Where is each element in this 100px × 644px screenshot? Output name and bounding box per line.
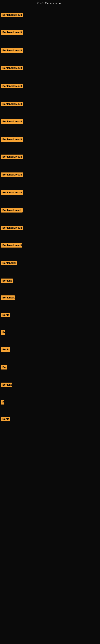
result-row: Bottleneck result (0, 12, 24, 19)
bottleneck-badge: Bo (1, 330, 5, 335)
bottleneck-badge: Bottlene (1, 382, 12, 387)
bottleneck-badge: Bottle (1, 417, 10, 421)
bottleneck-badge: Bottleneck resul (1, 208, 23, 212)
result-row: Bottleneck result (0, 118, 24, 126)
result-row: Bottleneck result (0, 83, 24, 90)
bottleneck-badge: Bottleneck result (1, 13, 23, 17)
result-row: Bottleneck result (0, 171, 24, 179)
bottleneck-badge: Bottleneck result (1, 102, 23, 106)
bottleneck-badge: Bottle (1, 313, 10, 317)
bottleneck-badge: Bottleneck r (1, 261, 17, 265)
bottleneck-badge: Bottle (1, 347, 10, 352)
result-row: Bottleneck result (0, 29, 24, 37)
bottleneck-badge: Bott (1, 365, 7, 370)
result-row: Bo (0, 329, 6, 337)
bottleneck-badge: Bottleneck result (1, 84, 23, 88)
bottleneck-badge: Bottleneck result (1, 172, 23, 177)
site-header: TheBottlenecker.com (0, 0, 100, 7)
bottleneck-badge: Bottleneck result (1, 30, 23, 34)
result-row: Bottleneck result (0, 64, 24, 72)
result-row: Bottleneck result (0, 47, 24, 55)
result-row: Bottleneck result (0, 242, 23, 250)
result-row: Bottle (0, 416, 11, 423)
result-row: Bottlene (0, 277, 14, 285)
result-row: Bottle (0, 346, 11, 354)
result-row: Bottleneck resul (0, 207, 23, 214)
result-row: Bottleneck (0, 294, 16, 302)
result-row: Bottleneck result (0, 100, 24, 108)
bottleneck-badge: Bottleneck result (1, 137, 23, 142)
bottleneck-badge: Bottleneck (1, 296, 15, 300)
site-title: TheBottlenecker.com (0, 0, 100, 7)
bottleneck-badge: Bottlene (1, 278, 13, 283)
bottleneck-badge: Bottleneck result (1, 243, 22, 248)
result-row: Bottlene (0, 381, 13, 389)
bottleneck-badge: Bottleneck result (1, 119, 23, 124)
result-row: Bottle (0, 312, 11, 319)
bottleneck-badge: Bottleneck result (1, 154, 23, 159)
result-row: Bottleneck result (0, 153, 24, 161)
result-row: Bottleneck result (0, 136, 24, 144)
result-row: B (0, 399, 5, 406)
bottleneck-badge: Bottleneck result (1, 48, 23, 53)
bottleneck-badge: Bottleneck result (1, 66, 23, 70)
result-row: Bott (0, 364, 8, 372)
bottleneck-badge: Bottleneck result (1, 190, 23, 195)
bottleneck-badge: B (1, 400, 4, 404)
result-row: Bottleneck result (0, 189, 24, 197)
bottleneck-badge: Bottleneck result (1, 226, 23, 230)
result-row: Bottleneck r (0, 260, 18, 267)
result-row: Bottleneck result (0, 224, 24, 232)
